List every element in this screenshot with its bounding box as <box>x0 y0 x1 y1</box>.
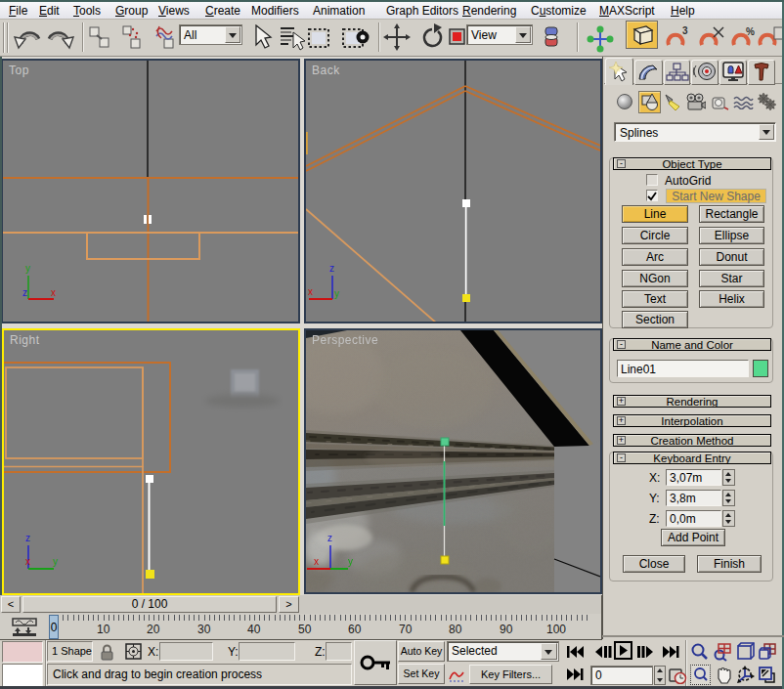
svg-text:x: x <box>314 556 319 567</box>
svg-text:z: z <box>22 287 27 298</box>
svg-text:x: x <box>308 286 313 297</box>
svg-text:%: % <box>746 26 755 37</box>
svg-text:y: y <box>53 556 58 567</box>
svg-text:y: y <box>348 556 353 567</box>
svg-text:z: z <box>25 533 30 543</box>
svg-text:x: x <box>51 287 56 298</box>
svg-text:z: z <box>327 533 332 543</box>
svg-text:3: 3 <box>682 25 688 36</box>
svg-text:y: y <box>25 263 30 274</box>
svg-text:z: z <box>329 263 334 274</box>
svg-text:y: y <box>334 288 339 299</box>
svg-text:x: x <box>25 556 30 567</box>
